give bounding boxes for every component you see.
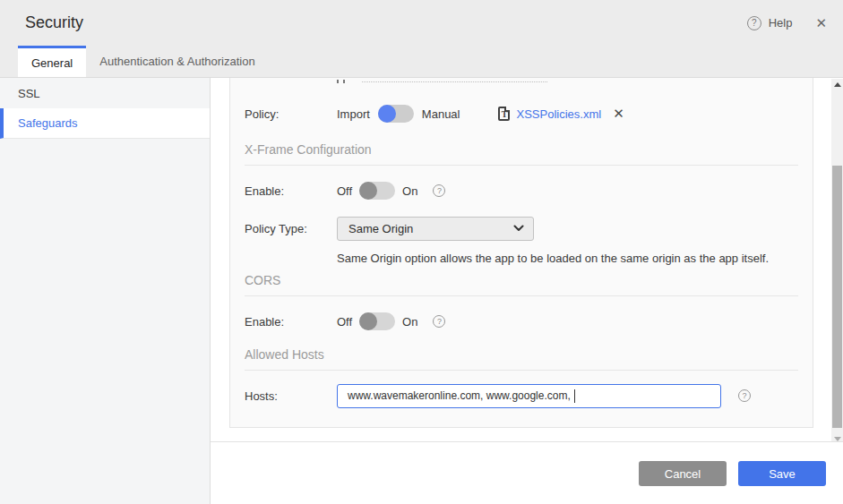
chevron-down-icon [513, 225, 524, 232]
cors-enable-row: Enable: Off On ? [245, 303, 798, 339]
policy-type-label: Policy Type: [245, 222, 337, 235]
cors-section-title: CORS [245, 273, 798, 287]
scroll-up-arrow-icon[interactable] [831, 79, 843, 90]
policy-type-select[interactable]: Same Origin [337, 217, 534, 241]
xss-policies-file-link[interactable]: XSSPolicies.xml [516, 107, 601, 121]
main-panel: Policy: Import Manual T XSSPolicies.xml … [211, 78, 843, 504]
xframe-on-label: On [402, 184, 417, 198]
xframe-enable-toggle[interactable] [359, 182, 395, 200]
scrollbar-thumb[interactable] [832, 166, 842, 428]
xframe-enable-label: Enable: [245, 184, 337, 198]
tab-bar: General Authentication & Authorization [0, 46, 843, 78]
toggle-knob [359, 312, 377, 330]
xml-file-icon: T [498, 107, 510, 121]
text-caret [574, 389, 575, 403]
sidebar-item-ssl[interactable]: SSL [0, 78, 210, 108]
tab-general[interactable]: General [18, 46, 86, 77]
cancel-button[interactable]: Cancel [639, 461, 727, 486]
close-icon[interactable]: ✕ [815, 15, 827, 31]
content-area: SSL Safeguards Policy: Import Manual T X… [0, 78, 843, 504]
policy-manual-label: Manual [422, 107, 460, 121]
dialog-header: Security ? Help ✕ [0, 0, 843, 46]
sidebar-item-safeguards[interactable]: Safeguards [0, 108, 210, 139]
section-divider [245, 295, 798, 296]
toggle-knob [378, 105, 396, 123]
policy-type-selected-value: Same Origin [348, 222, 413, 235]
allowed-hosts-section-title: Allowed Hosts [245, 347, 798, 362]
cors-off-label: Off [337, 315, 352, 329]
cors-enable-toggle[interactable] [359, 312, 395, 330]
header-actions: ? Help ✕ [747, 15, 827, 31]
policy-type-helper-text: Same Origin option allows the app to be … [337, 252, 798, 265]
hosts-label: Hosts: [245, 389, 337, 403]
cors-enable-help-icon[interactable]: ? [433, 315, 445, 328]
clipped-row-remnant [337, 78, 597, 83]
hosts-row: Hosts: www.wavemakeronline.com, www.goog… [245, 378, 798, 414]
dialog-footer: Cancel Save [211, 441, 843, 504]
remove-file-icon[interactable]: ✕ [613, 106, 624, 122]
policy-import-manual-toggle[interactable] [378, 105, 414, 123]
xframe-section-title: X-Frame Configuration [245, 142, 798, 157]
policy-row: Policy: Import Manual T XSSPolicies.xml … [245, 96, 798, 132]
xframe-enable-help-icon[interactable]: ? [433, 184, 445, 197]
tab-authentication-authorization[interactable]: Authentication & Authorization [86, 46, 268, 77]
help-button[interactable]: ? Help [747, 16, 793, 30]
section-divider [245, 165, 798, 166]
page-title: Security [25, 13, 83, 32]
hosts-help-icon[interactable]: ? [738, 389, 751, 402]
cors-enable-label: Enable: [245, 315, 337, 329]
help-icon: ? [747, 16, 761, 30]
save-button[interactable]: Save [738, 461, 826, 486]
xframe-off-label: Off [337, 184, 352, 198]
uploaded-file-chip: T XSSPolicies.xml ✕ [498, 106, 624, 122]
sidebar: SSL Safeguards [0, 78, 211, 504]
policy-type-row: Policy Type: Same Origin [245, 210, 798, 246]
hosts-input-value: www.wavemakeronline.com, www.google.com, [348, 389, 573, 402]
hosts-input[interactable]: www.wavemakeronline.com, www.google.com, [337, 384, 721, 408]
toggle-knob [359, 182, 377, 200]
vertical-scrollbar[interactable] [831, 79, 843, 445]
policy-label: Policy: [245, 107, 337, 121]
help-label: Help [769, 16, 793, 30]
safeguards-form: Policy: Import Manual T XSSPolicies.xml … [229, 78, 813, 428]
cors-on-label: On [402, 315, 417, 329]
policy-import-label: Import [337, 107, 370, 121]
xframe-enable-row: Enable: Off On ? [245, 173, 798, 209]
section-divider [245, 370, 798, 371]
